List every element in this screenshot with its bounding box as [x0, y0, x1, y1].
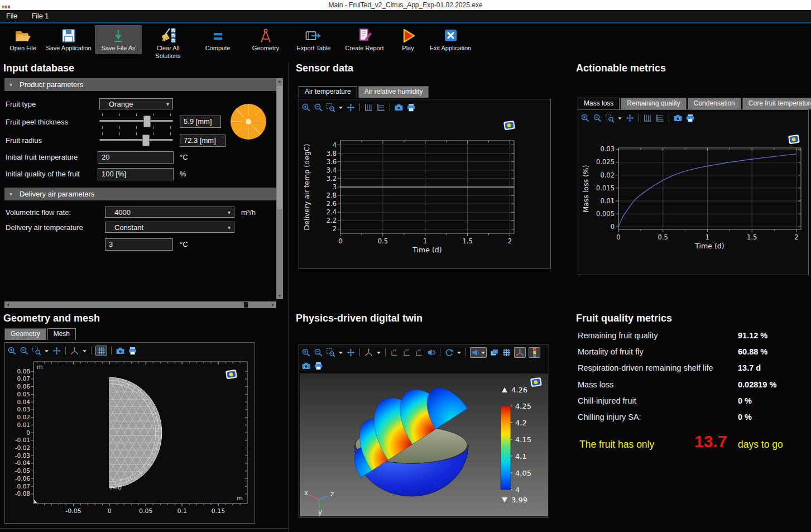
window-titlebar: Main - FruiTed_v2_Citrus_App_Exp-01.02.2… [0, 0, 811, 10]
initial-fruit-temperature-input[interactable]: 20 [98, 151, 174, 164]
perspective-icon[interactable] [426, 348, 436, 357]
volumetric-flow-rate-dropdown[interactable]: 4000 ▾ [105, 207, 234, 218]
mass-loss-plot-canvas[interactable]: 00.511.5200.0050.010.0150.020.0250.03Tim… [579, 126, 808, 274]
view-xy-icon[interactable]: xy [390, 348, 399, 357]
caret-down-icon[interactable] [44, 346, 49, 356]
rotate-icon[interactable] [444, 348, 454, 357]
y-axis-grid-icon[interactable] [364, 103, 373, 112]
play-button[interactable]: Play [392, 25, 424, 54]
save-file-as-button[interactable]: Save File As [95, 25, 142, 54]
fruit-peel-thickness-value[interactable]: 5.9 [mm] [180, 116, 221, 128]
tab-condensation[interactable]: Condensation [688, 98, 741, 109]
zoom-box-icon[interactable] [326, 103, 335, 112]
default-view-icon[interactable] [364, 348, 373, 357]
zoom-extents-icon[interactable] [52, 346, 61, 356]
menu-file1[interactable]: File 1 [26, 10, 55, 22]
zoom-in-icon[interactable] [7, 346, 17, 356]
view-xz-icon[interactable]: xz [414, 348, 424, 357]
svg-text:0.005: 0.005 [596, 210, 615, 218]
zoom-in-icon[interactable] [301, 348, 311, 357]
input-horizontal-scrollbar[interactable] [4, 301, 276, 308]
fruit-radius-slider[interactable] [99, 132, 173, 147]
caret-down-icon[interactable] [617, 113, 622, 123]
zoom-box-icon[interactable] [605, 113, 615, 123]
image-snapshot-icon[interactable] [673, 113, 683, 123]
scene-light-button[interactable] [470, 347, 487, 358]
zoom-extents-icon[interactable] [346, 103, 356, 112]
compute-button[interactable]: Compute [194, 25, 241, 54]
tab-mass-loss[interactable]: Mass loss [578, 98, 620, 109]
menu-file[interactable]: File [0, 10, 23, 22]
open-file-button[interactable]: Open File [3, 25, 42, 54]
caret-down-icon[interactable] [338, 103, 343, 112]
clear-all-solutions-button[interactable]: Clear All Solutions [145, 25, 191, 62]
show-grid-button[interactable] [95, 346, 107, 356]
zoom-out-icon[interactable] [593, 113, 602, 123]
tab-core-fruit-temperature[interactable]: Core fruit temperature [742, 98, 811, 109]
panel-divider[interactable] [289, 63, 289, 532]
tab-mesh[interactable]: Mesh [47, 328, 76, 340]
export-table-button[interactable]: Export Table [290, 25, 337, 54]
transparency-icon[interactable] [490, 348, 499, 357]
x-axis-grid-icon[interactable] [655, 113, 665, 123]
print-icon[interactable] [406, 103, 416, 112]
dropdown-caret-icon: ▾ [166, 99, 169, 110]
create-report-button[interactable]: Create Report [340, 25, 389, 54]
tab-air-temperature[interactable]: Air temperature [299, 86, 357, 98]
fruit-peel-thickness-slider[interactable] [99, 113, 173, 128]
show-color-legend-button[interactable] [529, 347, 540, 358]
image-snapshot-icon[interactable] [394, 103, 404, 112]
tab-geometry[interactable]: Geometry [4, 328, 46, 340]
window-title: Main - FruiTed_v2_Citrus_App_Exp-01.02.2… [328, 1, 482, 9]
delivery-air-parameters-header[interactable]: ▾ Delivery air parameters [4, 188, 276, 200]
delivery-air-temperature-dropdown[interactable]: Constant ▾ [105, 222, 234, 233]
digital-twin-3d-view[interactable]: 4.264.254.24.154.14.0543.99xyz [300, 373, 548, 516]
save-application-button[interactable]: Save Application [45, 25, 92, 54]
svg-text:m: m [237, 495, 243, 502]
zoom-in-icon[interactable] [301, 103, 311, 112]
print-icon[interactable] [128, 346, 137, 356]
print-icon[interactable] [685, 113, 695, 123]
scrollbar-thumb[interactable] [244, 302, 248, 308]
zoom-box-icon[interactable] [326, 348, 335, 357]
zoom-box-icon[interactable] [32, 346, 41, 356]
image-snapshot-icon[interactable] [301, 361, 311, 371]
tab-remaining-quality[interactable]: Remaining quality [621, 98, 686, 109]
mesh-plot-canvas[interactable]: -0.0500.050.10.150.080.070.060.050.040.0… [6, 358, 254, 523]
zoom-extents-icon[interactable] [346, 348, 356, 357]
input-database-title: Input database [3, 63, 74, 74]
fruit-type-dropdown[interactable]: Orange ▾ [99, 98, 173, 109]
initial-quality-input[interactable]: 100 [%] [98, 168, 174, 180]
grid-icon[interactable] [502, 348, 511, 357]
image-snapshot-icon[interactable] [116, 346, 125, 356]
zoom-out-icon[interactable] [314, 103, 323, 112]
zoom-extents-icon[interactable] [625, 113, 635, 123]
scrollbar-thumb[interactable] [277, 86, 282, 209]
svg-text:3.99: 3.99 [511, 496, 527, 504]
default-view-icon[interactable] [70, 346, 79, 356]
input-vertical-scrollbar[interactable] [276, 78, 283, 299]
x-axis-grid-icon[interactable] [376, 103, 386, 112]
tab-air-relative-humidity[interactable]: Air relative humidity [358, 86, 429, 98]
slider-handle[interactable] [143, 116, 151, 127]
print-icon[interactable] [314, 361, 323, 371]
caret-down-icon[interactable] [82, 346, 87, 356]
caret-down-icon[interactable] [376, 348, 381, 357]
svg-text:4.1: 4.1 [515, 452, 527, 461]
show-axes-button[interactable] [514, 347, 526, 358]
slider-handle[interactable] [142, 135, 150, 146]
caret-down-icon[interactable] [338, 348, 343, 357]
zoom-in-icon[interactable] [580, 113, 590, 123]
delivery-air-temperature-input[interactable]: 3 [105, 238, 173, 251]
export-table-icon [305, 26, 323, 45]
zoom-out-icon[interactable] [20, 346, 29, 356]
fruit-radius-value[interactable]: 72.3 [mm] [180, 135, 225, 147]
geometry-button[interactable]: Geometry [244, 25, 287, 54]
caret-down-icon[interactable] [457, 348, 462, 357]
view-yz-icon[interactable]: yz [402, 348, 411, 357]
product-parameters-header[interactable]: ▾ Product parameters [4, 78, 276, 91]
zoom-out-icon[interactable] [314, 348, 323, 357]
exit-application-button[interactable]: Exit Application [427, 25, 474, 54]
y-axis-grid-icon[interactable] [643, 113, 652, 123]
sensor-plot-canvas[interactable]: 00.511.5222.22.42.62.833.23.43.63.84Time… [300, 115, 550, 268]
